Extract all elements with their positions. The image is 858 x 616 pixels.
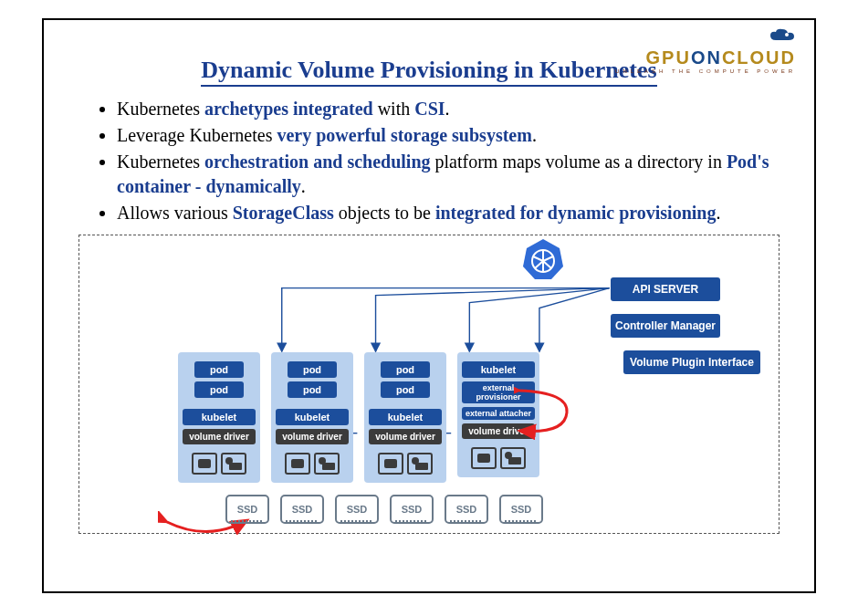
cpu-chip-icon xyxy=(378,453,403,475)
ssd-icon: SSD xyxy=(225,495,269,524)
ssd-icon: SSD xyxy=(499,495,543,524)
pod-label: pod xyxy=(194,381,244,398)
worker-node: pod pod kubelet volume driver xyxy=(271,352,353,483)
slide-frame: GPUONCLOUD UNLEASH THE COMPUTE POWER Dyn… xyxy=(42,18,816,593)
kubernetes-logo-icon xyxy=(521,237,565,285)
volume-driver-label: volume driver xyxy=(183,429,256,444)
board-icon xyxy=(407,453,433,475)
list-item: Allows various StorageClass objects to b… xyxy=(117,201,789,225)
list-item: Leverage Kubernetes very powerful storag… xyxy=(117,123,789,148)
board-icon xyxy=(314,453,340,475)
list-item: Kubernetes orchestration and scheduling … xyxy=(117,150,789,199)
list-item: Kubernetes archetypes integrated with CS… xyxy=(117,97,789,121)
hardware-icon xyxy=(281,450,343,477)
csi-node: kubelet external provisioner external at… xyxy=(457,352,539,477)
pod-label: pod xyxy=(288,361,337,378)
cloud-icon xyxy=(615,27,796,47)
brand-logo: GPUONCLOUD UNLEASH THE COMPUTE POWER xyxy=(615,27,796,74)
external-provisioner-label: external provisioner xyxy=(462,381,535,403)
hardware-icon xyxy=(188,450,250,477)
api-server-box: API SERVER xyxy=(611,277,720,301)
cpu-chip-icon xyxy=(471,447,497,469)
ssd-icon: SSD xyxy=(445,495,488,524)
brand-text: GPUONCLOUD xyxy=(615,48,796,67)
pod-label: pod xyxy=(381,361,430,378)
board-icon xyxy=(500,447,526,469)
external-attacher-label: external attacher xyxy=(462,407,535,420)
kubelet-label: kubelet xyxy=(276,409,349,425)
volume-driver-label: volume driver xyxy=(369,429,442,444)
worker-node: pod pod kubelet volume driver xyxy=(364,352,446,483)
cpu-chip-icon xyxy=(192,453,217,475)
volume-plugin-interface-box: Volume Plugin Interface xyxy=(623,350,760,374)
hardware-icon xyxy=(374,450,436,477)
storage-row: SSD SSD SSD SSD SSD SSD xyxy=(225,495,543,524)
architecture-diagram: API SERVER Controller Manager Volume Plu… xyxy=(78,235,780,534)
svg-point-0 xyxy=(785,33,789,37)
brand-subtitle: UNLEASH THE COMPUTE POWER xyxy=(615,68,796,74)
pod-label: pod xyxy=(288,381,337,398)
board-icon xyxy=(221,453,246,475)
bullet-list: Kubernetes archetypes integrated with CS… xyxy=(117,97,789,225)
kubelet-label: kubelet xyxy=(462,361,535,378)
kubelet-label: kubelet xyxy=(183,409,256,425)
cpu-chip-icon xyxy=(285,453,310,475)
ssd-icon: SSD xyxy=(390,495,434,524)
kubelet-label: kubelet xyxy=(369,409,442,425)
ssd-icon: SSD xyxy=(280,495,324,524)
worker-node: pod pod kubelet volume driver xyxy=(178,352,260,483)
hardware-icon xyxy=(467,444,529,472)
volume-driver-label: volume driver xyxy=(462,423,535,439)
ssd-icon: SSD xyxy=(335,495,379,524)
controller-manager-box: Controller Manager xyxy=(611,314,720,338)
pod-label: pod xyxy=(194,361,244,378)
volume-driver-label: volume driver xyxy=(276,429,349,444)
pod-label: pod xyxy=(381,381,430,398)
